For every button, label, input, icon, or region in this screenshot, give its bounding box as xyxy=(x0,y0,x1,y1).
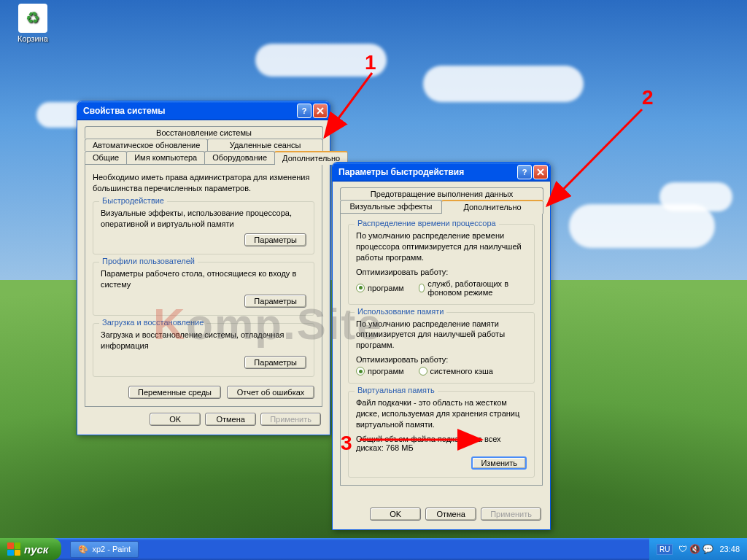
cancel-button[interactable]: Отмена xyxy=(205,413,256,426)
titlebar[interactable]: Свойства системы ? xyxy=(77,101,330,120)
memory-usage-legend: Использование памяти xyxy=(355,307,446,316)
tab-system-restore[interactable]: Восстановление системы xyxy=(85,126,323,139)
radio-off-icon xyxy=(419,284,425,292)
memory-usage-group: Использование памяти По умолчанию распре… xyxy=(348,312,535,384)
radio-system-cache[interactable]: системного кэша xyxy=(419,367,493,376)
close-icon xyxy=(537,168,544,176)
tab-general[interactable]: Общие xyxy=(85,151,127,164)
window-title: Свойства системы xyxy=(83,106,166,116)
radio-background-services[interactable]: служб, работающих в фоновом режиме xyxy=(419,279,527,297)
tray-shield-icon[interactable]: 🛡 xyxy=(678,544,687,554)
taskbar-item-paint[interactable]: 🎨 xp2 - Paint xyxy=(70,541,139,558)
tab-panel-advanced: Распределение времени процессора По умол… xyxy=(340,213,543,486)
start-label: пуск xyxy=(24,543,48,556)
tab-panel-advanced: Необходимо иметь права администратора дл… xyxy=(85,164,322,407)
env-vars-button[interactable]: Переменные среды xyxy=(128,386,221,399)
tab-hardware[interactable]: Оборудование xyxy=(204,151,275,164)
titlebar-close-button[interactable] xyxy=(533,165,548,179)
user-profiles-desc: Параметры рабочего стола, относящиеся ко… xyxy=(101,268,306,290)
system-properties-window: Свойства системы ? Восстановление систем… xyxy=(77,101,330,435)
titlebar-help-button[interactable]: ? xyxy=(517,165,532,179)
taskbar: пуск 🎨 xp2 - Paint RU 🛡 🔇 💬 23:48 xyxy=(0,538,747,560)
radio-label: системного кэша xyxy=(430,367,493,376)
tab-strip: Предотвращение выполнения данных Визуаль… xyxy=(340,187,543,213)
tray-network-icon[interactable]: 🔇 xyxy=(689,544,700,554)
startup-recovery-desc: Загрузка и восстановление системы, отлад… xyxy=(101,330,306,351)
tab-computer-name[interactable]: Имя компьютера xyxy=(126,151,205,164)
windows-logo-icon xyxy=(7,542,20,556)
radio-label: программ xyxy=(368,367,404,376)
radio-on-icon xyxy=(356,284,365,292)
admin-rights-text: Необходимо иметь права администратора дл… xyxy=(93,172,314,194)
virtual-memory-desc: Файл подкачки - это область на жестком д… xyxy=(356,397,527,430)
performance-options-window: Параметры быстродействия ? Предотвращени… xyxy=(332,162,551,530)
tray-icons[interactable]: 🛡 🔇 💬 xyxy=(678,544,713,554)
titlebar[interactable]: Параметры быстродействия ? xyxy=(333,163,550,182)
apply-button[interactable]: Применить xyxy=(481,508,541,521)
performance-legend: Быстродействие xyxy=(99,196,167,205)
radio-on-icon xyxy=(356,367,365,376)
ok-button[interactable]: OK xyxy=(370,508,421,521)
titlebar-close-button[interactable] xyxy=(313,104,328,118)
tab-remote[interactable]: Удаленные сеансы xyxy=(207,139,323,151)
taskbar-item-label: xp2 - Paint xyxy=(92,545,131,553)
radio-off-icon xyxy=(419,367,427,376)
language-indicator[interactable]: RU xyxy=(657,544,673,555)
recycle-bin-glyph-icon: ♻ xyxy=(18,4,47,33)
recycle-bin-label: Корзина xyxy=(11,34,55,43)
performance-settings-button[interactable]: Параметры xyxy=(244,233,306,246)
startup-recovery-group: Загрузка и восстановление Загрузка и вос… xyxy=(93,323,314,377)
start-button[interactable]: пуск xyxy=(0,538,61,560)
pagefile-total: Общий объем файла подкачки на всех диска… xyxy=(356,435,527,452)
paint-icon: 🎨 xyxy=(78,545,88,554)
tray-volume-icon[interactable]: 💬 xyxy=(703,544,713,554)
tab-auto-updates[interactable]: Автоматическое обновление xyxy=(85,139,208,151)
user-profiles-group: Профили пользователей Параметры рабочего… xyxy=(93,262,314,316)
system-tray: RU 🛡 🔇 💬 23:48 xyxy=(649,538,747,560)
titlebar-help-button[interactable]: ? xyxy=(297,104,311,118)
processor-scheduling-group: Распределение времени процессора По умол… xyxy=(348,224,535,305)
tab-strip: Восстановление системы Автоматическое об… xyxy=(85,126,322,164)
window-title: Параметры быстродействия xyxy=(338,167,464,177)
startup-recovery-settings-button[interactable]: Параметры xyxy=(244,356,306,369)
processor-scheduling-desc: По умолчанию распределение времени проце… xyxy=(356,230,527,263)
processor-scheduling-legend: Распределение времени процессора xyxy=(355,219,499,228)
ok-button[interactable]: OK xyxy=(150,413,201,426)
virtual-memory-legend: Виртуальная память xyxy=(355,386,438,394)
memory-usage-desc: По умолчанию распределение памяти оптими… xyxy=(356,319,527,351)
startup-recovery-legend: Загрузка и восстановление xyxy=(99,318,206,327)
optimize-label: Оптимизировать работу: xyxy=(356,268,527,276)
performance-group: Быстродействие Визуальные эффекты, испол… xyxy=(93,201,314,255)
cancel-button[interactable]: Отмена xyxy=(425,508,476,521)
error-reporting-button[interactable]: Отчет об ошибках xyxy=(227,386,314,399)
apply-button[interactable]: Применить xyxy=(260,413,321,426)
virtual-memory-group: Виртуальная память Файл подкачки - это о… xyxy=(348,391,535,478)
radio-programs[interactable]: программ xyxy=(356,284,404,292)
recycle-bin-icon[interactable]: ♻ Корзина xyxy=(11,4,55,43)
optimize-label: Оптимизировать работу: xyxy=(356,355,527,364)
radio-label: служб, работающих в фоновом режиме xyxy=(427,279,527,297)
tab-dep[interactable]: Предотвращение выполнения данных xyxy=(340,187,543,200)
tab-visual-effects[interactable]: Визуальные эффекты xyxy=(340,200,442,213)
tab-advanced[interactable]: Дополнительно xyxy=(441,200,543,214)
user-profiles-legend: Профили пользователей xyxy=(99,257,198,265)
performance-desc: Визуальные эффекты, использование процес… xyxy=(101,208,306,230)
user-profiles-settings-button[interactable]: Параметры xyxy=(244,295,306,308)
radio-label: программ xyxy=(368,284,404,292)
change-pagefile-button[interactable]: Изменить xyxy=(471,456,527,470)
close-icon xyxy=(317,107,324,114)
radio-programs-mem[interactable]: программ xyxy=(356,367,404,376)
clock[interactable]: 23:48 xyxy=(719,545,740,553)
